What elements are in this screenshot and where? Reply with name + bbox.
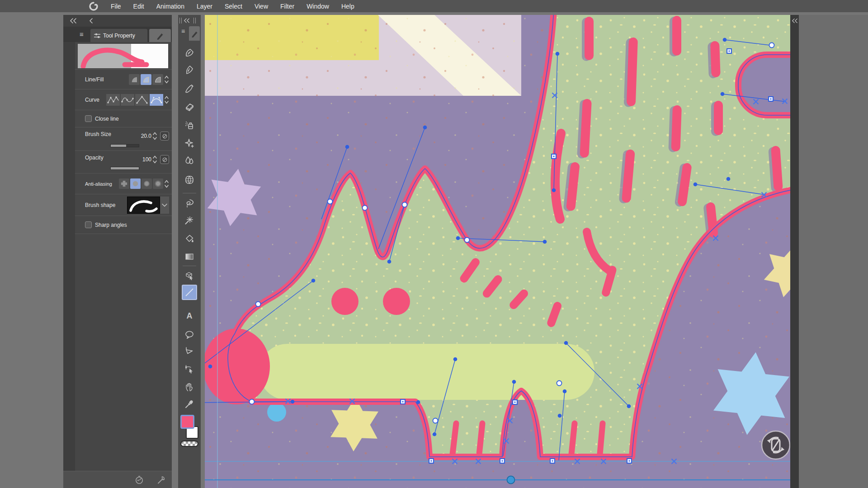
right-dock-strip xyxy=(790,15,799,488)
brush-size-spinner[interactable] xyxy=(152,131,157,141)
create-line-and-fill-button[interactable] xyxy=(152,74,163,85)
tool-property-titlebar: ≡ Tool Property xyxy=(63,27,172,42)
close-line-row: Close line xyxy=(75,110,172,127)
tool-text[interactable]: A xyxy=(182,308,197,324)
line-fill-row: Line/Fill xyxy=(75,69,172,89)
tool-correct-line[interactable] xyxy=(182,361,197,377)
anti-aliasing-label: Anti-aliasing xyxy=(85,181,112,187)
tool-figure[interactable] xyxy=(182,285,197,300)
opacity-dynamics-button[interactable] xyxy=(160,155,169,164)
brush-shape-dropdown[interactable] xyxy=(160,197,169,214)
tool-eyedropper[interactable] xyxy=(182,396,197,412)
menubar: File Edit Animation Layer Select View Fi… xyxy=(0,0,868,12)
toolbar-grip-2[interactable] xyxy=(193,18,196,23)
tool-auto-select[interactable] xyxy=(182,213,197,228)
aa-weak-button[interactable] xyxy=(130,178,141,189)
brush-size-dynamics-button[interactable] xyxy=(160,131,169,141)
svg-text:A: A xyxy=(187,311,193,320)
dog-nose xyxy=(205,328,270,404)
curve-cubic-button[interactable] xyxy=(150,94,163,106)
curve-spinner[interactable] xyxy=(164,95,169,105)
wrench-icon[interactable] xyxy=(156,475,165,484)
create-fill-button[interactable] xyxy=(141,74,151,85)
blue-dot xyxy=(267,403,286,422)
close-line-label: Close line xyxy=(95,116,119,122)
curve-spline-button[interactable] xyxy=(121,94,134,106)
rotate-canvas-button[interactable] xyxy=(762,431,790,459)
back-chevron-icon[interactable] xyxy=(89,18,93,23)
toolbar-grip[interactable] xyxy=(179,18,182,23)
toolbar-active-tab[interactable] xyxy=(189,26,200,41)
tool-blend[interactable] xyxy=(182,153,197,168)
toolbar-divider xyxy=(183,266,196,266)
tool-brush[interactable] xyxy=(182,81,197,96)
menu-help[interactable]: Help xyxy=(341,3,354,10)
collapse-left-icon[interactable] xyxy=(70,18,77,23)
timer-icon[interactable] xyxy=(135,475,144,484)
menu-view[interactable]: View xyxy=(255,3,268,10)
menu-window[interactable]: Window xyxy=(307,3,329,10)
tool-fill[interactable] xyxy=(182,231,197,246)
sharp-angles-label: Sharp angles xyxy=(95,222,127,228)
anti-aliasing-row: Anti-aliasing xyxy=(75,173,172,194)
tab-tool-property[interactable]: Tool Property xyxy=(90,29,147,42)
tool-gradient[interactable] xyxy=(182,249,197,264)
aa-medium-button[interactable] xyxy=(142,178,152,189)
sharp-angles-checkbox[interactable] xyxy=(85,221,92,228)
line-fill-label: Line/Fill xyxy=(85,76,104,83)
pencil-icon xyxy=(191,30,198,38)
clip-studio-logo xyxy=(89,1,99,11)
transparent-color-swatch[interactable] xyxy=(180,441,198,447)
tool-balloon[interactable] xyxy=(182,327,197,343)
tool-hand[interactable] xyxy=(182,379,197,394)
brush-shape-row: Brush shape xyxy=(75,194,172,216)
menu-select[interactable]: Select xyxy=(225,3,242,10)
menu-edit[interactable]: Edit xyxy=(133,3,144,10)
brush-size-row: Brush Size 20.0 xyxy=(75,127,172,150)
opacity-slider[interactable] xyxy=(110,167,139,170)
brush-size-value[interactable]: 20.0 xyxy=(136,133,151,139)
menu-layer[interactable]: Layer xyxy=(197,3,212,10)
tool-eraser[interactable] xyxy=(182,99,197,115)
panel-collapse-bar xyxy=(63,15,172,27)
brush-size-label: Brush Size xyxy=(85,131,111,137)
sharp-angles-row: Sharp angles xyxy=(75,216,172,234)
line-fill-spinner[interactable] xyxy=(164,75,169,84)
tool-airbrush[interactable] xyxy=(182,117,197,133)
panel-menu-icon[interactable]: ≡ xyxy=(80,30,84,38)
toolbar-menu-icon[interactable]: ≡ xyxy=(181,28,185,35)
curve-straight-button[interactable] xyxy=(106,94,120,106)
tool-lasso-select[interactable] xyxy=(182,196,197,211)
close-line-checkbox[interactable] xyxy=(85,115,92,122)
tool-object[interactable] xyxy=(182,268,197,283)
right-collapse-icon[interactable] xyxy=(792,18,798,23)
curve-row: Curve xyxy=(75,89,172,110)
create-line-button[interactable] xyxy=(129,74,140,85)
menu-animation[interactable]: Animation xyxy=(156,3,184,10)
curve-quadratic-button[interactable] xyxy=(135,94,149,106)
brush-size-slider[interactable] xyxy=(110,144,139,147)
aa-none-button[interactable] xyxy=(119,178,129,189)
tool-liquify[interactable] xyxy=(182,172,197,188)
stroke-preview xyxy=(78,44,168,68)
menu-file[interactable]: File xyxy=(111,3,121,10)
foreground-color-swatch[interactable] xyxy=(180,415,194,429)
tool-marker-pen[interactable] xyxy=(182,45,197,61)
brush-shape-preview[interactable] xyxy=(127,197,160,214)
canvas-area[interactable] xyxy=(205,15,790,488)
tool-frame-border[interactable] xyxy=(182,343,197,359)
anti-aliasing-spinner[interactable] xyxy=(164,179,169,189)
tool-property-panel: ≡ Tool Property Line/Fill xyxy=(63,15,172,488)
opacity-spinner[interactable] xyxy=(152,155,157,164)
tool-decoration[interactable] xyxy=(182,136,197,151)
tool-pen[interactable] xyxy=(182,62,197,78)
aa-strong-button[interactable] xyxy=(153,178,163,189)
opacity-label: Opacity xyxy=(85,155,104,161)
guide-handle[interactable] xyxy=(507,476,515,484)
tab-brush-detail[interactable] xyxy=(149,29,171,42)
artwork xyxy=(205,15,790,488)
toolbar-collapse-icon[interactable] xyxy=(184,18,190,23)
toolbar: ≡ xyxy=(178,15,201,488)
menu-filter[interactable]: Filter xyxy=(280,3,294,10)
opacity-value[interactable]: 100 xyxy=(136,156,151,163)
